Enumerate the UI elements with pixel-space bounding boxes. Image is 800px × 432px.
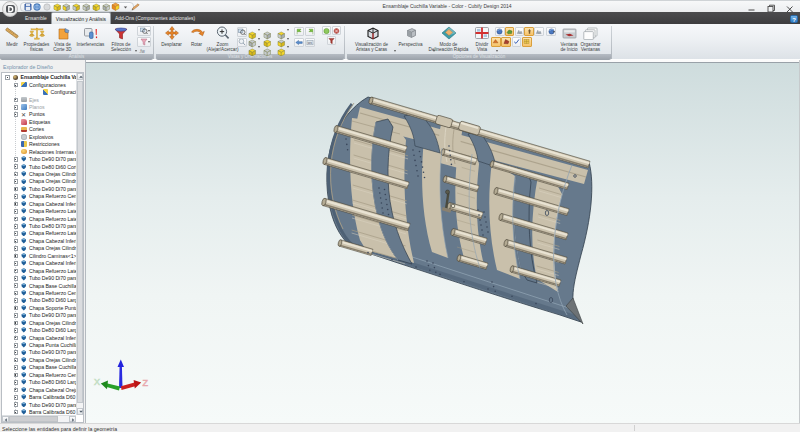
tree-item[interactable]: Tubo De90 Di70 para T [2, 185, 76, 192]
view-cube-icon[interactable] [62, 2, 71, 11]
tree-item[interactable]: Tubo De90 Di70 para T [2, 155, 76, 162]
tree-item[interactable]: Puntos [2, 111, 76, 118]
tree-item[interactable]: Chapa Cabezal Inferio [2, 334, 76, 341]
vertical-scroll-thumb[interactable] [77, 81, 83, 403]
tree-item[interactable]: Configuración<1> [2, 88, 76, 95]
pencil-icon[interactable] [131, 2, 140, 11]
tree-expander-icon[interactable] [14, 83, 19, 88]
tree-item[interactable]: Tubo De90 Di70 para T [2, 401, 76, 408]
tree-expander-icon[interactable] [14, 105, 19, 110]
tree-expander-icon[interactable] [14, 358, 19, 363]
ribbon-button-modo[interactable]: Modo de Delineación Rápida [428, 25, 469, 53]
tree-expander-icon[interactable] [14, 194, 19, 199]
ribbon-button-vista_corte[interactable]: Vista de Corte 3D [51, 25, 74, 53]
orange-cube-icon[interactable] [111, 2, 120, 11]
zoom-previous-button[interactable] [237, 38, 247, 48]
hide-all-button[interactable] [332, 26, 341, 35]
app-menu-button[interactable] [2, 1, 18, 17]
tree-expander-icon[interactable] [14, 350, 19, 355]
tab-2[interactable]: Add-Ons (Componentes adicionales) [111, 12, 199, 24]
small-button-view-filter[interactable] [137, 26, 151, 36]
tree-item[interactable]: Ejes [2, 96, 76, 103]
maximize-button[interactable] [761, 1, 780, 12]
ribbon-button-propiedades[interactable]: Propiedades físicas [22, 25, 51, 53]
view-cube-button[interactable] [263, 42, 272, 51]
display-option-toggle[interactable] [524, 27, 534, 37]
tree-expander-icon[interactable] [14, 179, 19, 184]
tree-item[interactable]: Planos [2, 103, 76, 110]
tree-expander-icon[interactable] [14, 276, 19, 281]
tree-item[interactable]: Chapa Refuerzo Centr [2, 371, 76, 378]
back-view-button[interactable] [294, 38, 304, 47]
tree-expander-icon[interactable] [14, 269, 19, 274]
show-all-button[interactable] [322, 26, 331, 35]
display-option-toggle[interactable] [522, 37, 532, 47]
tree-item[interactable]: Restricciones [2, 140, 76, 147]
tree-item[interactable]: Chapa Cabezal Inferio [2, 259, 76, 266]
tree-item[interactable]: Relaciones Internas de [2, 148, 76, 155]
tree-item[interactable]: Chapa Orejas Cilindro [2, 178, 76, 185]
display-option-toggle[interactable] [512, 37, 522, 47]
ribbon-button-zoom[interactable]: Zoom (Alejar/Acercar) [208, 25, 237, 53]
tree-expander-icon[interactable] [14, 410, 19, 415]
tree-expander-icon[interactable] [5, 75, 10, 80]
tree-expander-icon[interactable] [14, 209, 19, 214]
tree-item[interactable]: Chapa Orejas Cilindro [2, 245, 76, 252]
tree-item[interactable]: Explosivos [2, 133, 76, 140]
scroll-down-icon[interactable] [77, 408, 83, 415]
tree-expander-icon[interactable] [14, 336, 19, 341]
tree-expander-icon[interactable] [14, 239, 19, 244]
ribbon-button-visualizacion[interactable]: Visualización de Aristas y Caras [350, 25, 393, 53]
minimize-ribbon-icon[interactable] [780, 16, 787, 22]
tree-expander-icon[interactable] [14, 380, 19, 385]
tree-expander-icon[interactable] [14, 231, 19, 236]
tree-vertical-scrollbar[interactable] [76, 73, 83, 416]
tree-expander-icon[interactable] [14, 321, 19, 326]
tree-item[interactable]: Tubo De90 Di70 para T [2, 349, 76, 356]
tree-expander-icon[interactable] [14, 402, 19, 407]
display-option-toggle[interactable] [491, 37, 501, 47]
tree-item[interactable]: Barra Calibrada D60 T [2, 408, 76, 415]
ribbon-button-ventana_inicio[interactable]: Ventana de Inicio [559, 25, 579, 53]
view-cube-icon[interactable] [92, 2, 101, 11]
tree-item[interactable]: Tubo De80 Di70 para T [2, 222, 76, 229]
tree-item[interactable]: Chapa Soporte Punta C [2, 304, 76, 311]
display-option-toggle[interactable] [515, 27, 525, 37]
tree-horizontal-scrollbar[interactable] [2, 415, 76, 422]
tree-expander-icon[interactable] [14, 224, 19, 229]
3d-viewport[interactable]: ZX [85, 60, 800, 423]
tree-expander-icon[interactable] [14, 202, 19, 207]
tree-item[interactable]: Chapa Base Cuchillac [2, 364, 76, 371]
tab-1[interactable]: Visualización y Análisis [51, 12, 111, 24]
tree-expander-icon[interactable] [14, 172, 19, 177]
tree-expander-icon[interactable] [14, 98, 19, 103]
display-option-toggle[interactable] [534, 27, 544, 37]
tree-expander-icon[interactable] [14, 328, 19, 333]
small-button-selection-filter[interactable] [137, 37, 151, 47]
tree-item[interactable]: Chapa Refuerzo Latera [2, 267, 76, 274]
tree-item[interactable]: Chapa Orejas Cilindro [2, 356, 76, 363]
display-option-toggle[interactable] [501, 37, 511, 47]
tree-expander-icon[interactable] [14, 283, 19, 288]
tree-item[interactable]: Ensamblaje Cuchilla Vario [2, 74, 76, 81]
zoom-window-button[interactable] [237, 27, 247, 37]
tree-expander-icon[interactable] [14, 112, 19, 117]
tree-item[interactable]: Chapa Orejas Cilindro [2, 170, 76, 177]
view-cube-icon[interactable] [101, 2, 110, 11]
ribbon-button-perspectiva[interactable]: Perspectiva [393, 25, 428, 53]
tree-item[interactable]: Tubo De80 Di60 Largo [2, 326, 76, 333]
tree-item[interactable]: Chapa Punta Cuchilla I [2, 341, 76, 348]
tree-expander-icon[interactable] [14, 395, 19, 400]
clear-filter-button[interactable] [327, 36, 336, 45]
tree-expander-icon[interactable] [14, 313, 19, 318]
display-option-toggle[interactable] [505, 27, 515, 37]
help-button[interactable]: ? [790, 15, 798, 24]
scroll-up-icon[interactable] [77, 73, 83, 80]
tree-item[interactable]: Chapa Refuerzo Centr [2, 193, 76, 200]
tree-expander-icon[interactable] [14, 157, 19, 162]
scroll-right-icon[interactable] [69, 416, 76, 422]
update-view-button[interactable] [546, 27, 556, 37]
save-icon[interactable] [23, 2, 32, 11]
tree-item[interactable]: Configuraciones [2, 81, 76, 88]
minimize-button[interactable] [742, 1, 761, 12]
